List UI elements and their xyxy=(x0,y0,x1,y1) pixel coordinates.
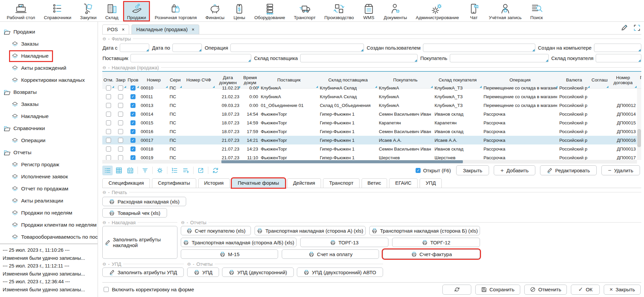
upd-report-button[interactable]: УПД (двухсторонний) АВТО xyxy=(297,268,383,277)
row-checkbox[interactable] xyxy=(118,112,123,117)
sidebar-item[interactable]: Накладные xyxy=(0,110,98,122)
table-row[interactable]: ✓00017ПС21.07.2314:21ФьюженТоргГипер-Фью… xyxy=(102,136,641,144)
row-checkbox[interactable]: ✓ xyxy=(130,94,136,99)
horizontal-scrollbar[interactable] xyxy=(102,160,637,164)
sidebar-item[interactable]: Отчет по продажам xyxy=(0,183,98,195)
column-header[interactable]: Номер договора xyxy=(609,72,637,88)
collapse-icon[interactable]: ⊖ xyxy=(181,220,184,225)
ok-button[interactable]: ✓ОК xyxy=(571,285,600,295)
reload-icon[interactable] xyxy=(210,166,221,175)
report-button[interactable]: Транспортная накладная (сторона А/Б) (xl… xyxy=(181,238,297,247)
sidebar-item[interactable]: Заказы xyxy=(0,38,98,50)
sidebar-item[interactable]: Товарооборачиваемость по пос xyxy=(0,231,98,243)
edit-pencil-icon[interactable] xyxy=(621,24,628,32)
toolbar-item-warehouse[interactable]: Склад xyxy=(101,1,122,21)
collapse-icon[interactable]: ⊖ xyxy=(102,262,106,266)
save-button[interactable]: Сохранить xyxy=(475,285,520,295)
column-header[interactable]: Склад покупателя xyxy=(433,72,482,88)
toolbar-item-desktop[interactable]: Рабочий стол xyxy=(3,1,39,21)
sidebar-item[interactable]: Отчеты xyxy=(0,146,98,159)
filter-input[interactable] xyxy=(230,44,364,52)
workspace-tab[interactable]: Накладные (продажа)× xyxy=(131,24,199,34)
collapse-icon[interactable]: ⊖ xyxy=(102,37,106,41)
vertical-scrollbar[interactable] xyxy=(637,88,641,160)
toolbar-item-prices[interactable]: Цены xyxy=(229,1,250,21)
row-checkbox[interactable] xyxy=(118,146,123,152)
open-checkbox-box[interactable]: ✓ xyxy=(416,168,421,173)
workspace-tab[interactable]: POS× xyxy=(102,24,129,34)
detail-tab[interactable]: История xyxy=(198,178,230,188)
row-checkbox[interactable]: ✓ xyxy=(130,120,136,125)
row-checkbox[interactable] xyxy=(106,120,111,125)
upd-report-button[interactable]: УПД (двухсторонний) xyxy=(222,268,293,277)
toolbar-item-chat[interactable]: Чат xyxy=(464,1,484,21)
row-checkbox[interactable] xyxy=(118,103,123,108)
detail-tab[interactable]: ЕГАИС xyxy=(389,178,418,188)
collapse-icon[interactable]: ⊖ xyxy=(102,220,106,225)
gear-icon[interactable] xyxy=(155,166,165,175)
toolbar-item-production[interactable]: Производство xyxy=(320,1,358,21)
row-checkbox[interactable] xyxy=(118,120,123,125)
enable-correction-checkbox[interactable]: Включить корректировку на форме xyxy=(104,287,194,292)
toolbar-item-search[interactable]: Поиск xyxy=(526,1,547,21)
vertical-scrollbar-thumb[interactable] xyxy=(637,129,641,147)
sidebar-item[interactable]: Возвраты xyxy=(0,86,98,98)
row-checkbox[interactable] xyxy=(106,146,111,152)
report-button[interactable]: Счет на оплату xyxy=(282,249,379,259)
row-checkbox[interactable] xyxy=(118,155,123,160)
tab-close-icon[interactable]: × xyxy=(122,27,124,32)
sidebar-item[interactable]: Исполнение заявок xyxy=(0,171,98,183)
sidebar-item[interactable]: Акты расхождений xyxy=(0,62,98,74)
grid-button-редактировать[interactable]: Редактировать xyxy=(540,165,597,175)
row-checkbox[interactable]: ✓ xyxy=(130,146,136,152)
sidebar-item[interactable]: Заказы xyxy=(0,98,98,110)
column-header[interactable]: Покупатель xyxy=(377,72,433,88)
row-checkbox[interactable] xyxy=(106,155,111,160)
detail-tab[interactable]: УПД xyxy=(420,178,442,188)
toolbar-item-wms[interactable]: WMS xyxy=(359,1,379,21)
sidebar-item[interactable]: Регистр продаж xyxy=(0,159,98,171)
table-row[interactable]: ✓00015ПС18.07.2314:59ФьюженТоргГипер-Фью… xyxy=(102,118,641,127)
toolbar-item-account[interactable]: Учётная запись xyxy=(485,1,526,21)
toolbar-item-administration[interactable]: Администрирование xyxy=(412,1,463,21)
horizontal-scrollbar-thumb[interactable] xyxy=(221,160,463,163)
table-row[interactable]: ✓00016ПС18.07.2317:59ФьюженТоргГипер-Фью… xyxy=(102,127,641,136)
row-checkbox[interactable]: ✓ xyxy=(130,112,136,117)
column-header[interactable]: Операция xyxy=(482,72,558,88)
row-checkbox[interactable] xyxy=(118,138,123,143)
column-header[interactable]: Пров xyxy=(126,72,139,88)
fill-invoice-attributes-button[interactable]: Заполнить атрибуты накладной xyxy=(102,226,177,259)
fullscreen-icon[interactable] xyxy=(633,24,641,32)
grid-button-удалить[interactable]: −Удалить xyxy=(601,165,640,175)
toolbar-item-sales[interactable]: Продажи xyxy=(123,1,150,21)
ordered-list-icon[interactable] xyxy=(169,166,180,175)
report-button[interactable]: М-15 xyxy=(181,249,278,259)
report-button[interactable]: Транспортная накладная (сторона А) (xls) xyxy=(255,226,366,235)
column-header[interactable]: Дата докумен xyxy=(215,72,240,88)
collapse-icon[interactable]: ⊖ xyxy=(102,190,106,194)
report-button[interactable]: ТОРГ-13 xyxy=(300,238,388,247)
row-checkbox[interactable] xyxy=(106,103,111,108)
filter-input[interactable] xyxy=(300,54,418,62)
sidebar-item[interactable]: Продажи xyxy=(0,26,98,38)
detail-tab[interactable]: Действия xyxy=(287,178,321,188)
column-header[interactable]: Склад поставщика xyxy=(318,72,377,88)
open-external-icon[interactable] xyxy=(196,166,206,175)
toolbar-item-finance[interactable]: Финансы xyxy=(202,1,229,21)
row-checkbox[interactable]: ✓ xyxy=(130,129,136,134)
print-button[interactable]: Товарный чек (xls) xyxy=(102,208,167,218)
report-button[interactable]: Счет-фактура xyxy=(383,249,480,259)
column-header[interactable]: Поставщик xyxy=(259,72,318,88)
close-button[interactable]: ×Закрыть xyxy=(604,285,641,295)
toolbar-item-documents[interactable]: Документы xyxy=(380,1,411,21)
report-button[interactable]: Счет покупателю (xls) xyxy=(181,226,251,235)
table-row[interactable]: ✓00018ПС21.07.2314:23ФьюженТоргГипер-Фью… xyxy=(102,144,641,153)
list-add-icon[interactable] xyxy=(181,166,191,175)
filter-input[interactable] xyxy=(130,54,251,62)
row-checkbox[interactable] xyxy=(106,94,111,99)
sidebar-item[interactable]: Операции xyxy=(0,134,98,146)
filter-input[interactable] xyxy=(172,44,202,52)
calendar-view-icon[interactable] xyxy=(125,166,136,175)
sidebar-item[interactable]: Продажи по неделям xyxy=(0,207,98,219)
detail-tab[interactable]: Печатные формы xyxy=(232,178,285,188)
